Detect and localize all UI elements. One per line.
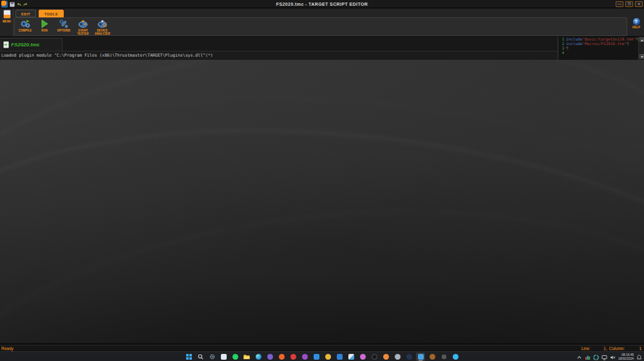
- ribbon: MENU EDIT TOOLS COMPILE: [0, 8, 644, 37]
- app-dark-circle-icon[interactable]: [370, 353, 379, 361]
- menu-icon: [3, 10, 11, 19]
- whatsapp-icon[interactable]: [231, 353, 240, 361]
- cursor-position: Line: 1, Column: 1: [582, 346, 641, 351]
- compile-label: COMPILE: [19, 29, 32, 32]
- code-line: 3 ¶: [558, 46, 644, 50]
- compile-button[interactable]: COMPILE: [17, 19, 33, 35]
- code-string: "Macros/FS2020.ttm": [582, 41, 627, 46]
- close-button[interactable]: ✕: [635, 1, 643, 7]
- app-cyan-icon[interactable]: [451, 353, 460, 361]
- widgets-app-icon[interactable]: [219, 353, 228, 361]
- system-tray: 08:16:49 18/02/2024: [576, 353, 642, 361]
- tray-chart-app-icon[interactable]: [585, 351, 591, 361]
- app-orange-icon[interactable]: [277, 353, 286, 361]
- app-amber-icon[interactable]: [428, 353, 437, 361]
- pilcrow-mark: ¶: [627, 41, 629, 46]
- code-editor-scrollbar[interactable]: [638, 37, 644, 60]
- minimize-button[interactable]: —: [616, 1, 623, 7]
- column-label: Column:: [609, 346, 625, 351]
- tray-volume-mute-icon[interactable]: [610, 351, 616, 361]
- tray-color-circle-app-icon[interactable]: [593, 351, 599, 361]
- options-label: OPTIONS: [57, 29, 70, 32]
- menu-label: MENU: [0, 20, 14, 23]
- output-message: Loaded plugin module "C:\Program Files (…: [1, 53, 555, 58]
- restore-button[interactable]: ❒: [625, 1, 633, 7]
- window-title: FS2020.tmc - TARGET SCRIPT EDITOR: [0, 0, 644, 8]
- device-analyzer-icon: [97, 19, 108, 28]
- app-blue-icon[interactable]: [312, 353, 321, 361]
- settings-gear-icon[interactable]: [207, 353, 216, 361]
- menu-button[interactable]: MENU: [0, 8, 14, 37]
- code-keyword: include: [566, 41, 582, 46]
- app-gray-circle-icon[interactable]: [393, 353, 402, 361]
- run-label: RUN: [41, 29, 48, 32]
- tray-notification-bell-icon[interactable]: [636, 351, 642, 361]
- app-purple-icon[interactable]: [265, 353, 274, 361]
- app-dim-icon[interactable]: [439, 353, 448, 361]
- app-gold-icon[interactable]: [323, 353, 332, 361]
- code-editor[interactable]: 1 include "Basic/targetdx128.tmh" ¶ { 2 …: [558, 37, 644, 60]
- event-tester-button[interactable]: EVENT TESTER: [75, 19, 91, 35]
- tray-chevron-up-icon[interactable]: [576, 351, 582, 361]
- device-analyzer-label: DEVICE ANALYZER: [95, 29, 110, 35]
- title-bar: FS2020.tmc - TARGET SCRIPT EDITOR — ❒ ✕: [0, 0, 644, 8]
- line-number: 3: [558, 46, 564, 50]
- tab-tools[interactable]: TOOLS: [39, 10, 64, 17]
- line-number: 4: [558, 50, 564, 55]
- options-wrench-icon: [59, 19, 69, 28]
- file-tab-fs2020[interactable]: FS2020.tmc: [1, 38, 62, 51]
- scroll-up-button[interactable]: [639, 37, 644, 42]
- tools-ribbon-panel: COMPILE RUN OPTIONS: [14, 17, 627, 36]
- app-navy-circle-icon[interactable]: [404, 353, 413, 361]
- code-string: "Basic/targetdx128.tmh": [582, 37, 636, 41]
- status-ready: Ready: [1, 346, 14, 351]
- pilcrow-mark: ¶: [566, 46, 569, 50]
- line-label: Line:: [582, 346, 591, 351]
- scroll-down-button[interactable]: [639, 54, 644, 59]
- code-keyword: include: [566, 37, 582, 41]
- document-tab-bar: FS2020.tmc: [0, 37, 558, 51]
- line-number: 2: [558, 41, 564, 46]
- file-explorer-icon[interactable]: [242, 353, 251, 361]
- run-button[interactable]: RUN: [37, 19, 52, 35]
- app-gallery-icon[interactable]: [346, 353, 355, 361]
- column-value: 1: [625, 346, 641, 351]
- screen: FS2020.tmc - TARGET SCRIPT EDITOR — ❒ ✕ …: [0, 0, 644, 361]
- app-pink-icon[interactable]: [358, 353, 367, 361]
- compile-gears-icon: [20, 19, 30, 28]
- file-tab-label: FS2020.tmc: [11, 42, 39, 48]
- event-tester-label: EVENT TESTER: [77, 29, 89, 35]
- tray-date: 18/02/2024: [618, 357, 634, 361]
- app-red-icon[interactable]: [289, 353, 298, 361]
- script-file-icon: [3, 39, 9, 51]
- options-button[interactable]: OPTIONS: [56, 19, 71, 35]
- code-line: 4: [558, 50, 644, 55]
- windows-taskbar: 08:16:49 18/02/2024: [0, 351, 644, 361]
- help-button[interactable]: ? HELP: [630, 18, 643, 35]
- tray-clock[interactable]: 08:16:49 18/02/2024: [618, 353, 634, 360]
- search-icon[interactable]: [196, 353, 205, 361]
- help-question-icon: ?: [633, 18, 640, 25]
- taskbar-center-icons: [184, 353, 460, 361]
- start-button-icon[interactable]: [184, 353, 193, 361]
- line-value: 1,: [591, 346, 607, 351]
- code-line: 1 include "Basic/targetdx128.tmh" ¶ {: [558, 37, 644, 41]
- help-label: HELP: [630, 26, 643, 29]
- event-tester-gamepad-icon: [78, 19, 88, 28]
- edge-browser-icon[interactable]: [254, 353, 263, 361]
- target-script-editor-taskbar-icon[interactable]: [416, 353, 425, 361]
- app-flame-icon[interactable]: [381, 353, 390, 361]
- status-bar: Ready Line: 1, Column: 1: [0, 345, 644, 351]
- device-analyzer-button[interactable]: DEVICE ANALYZER: [95, 19, 110, 35]
- tab-edit[interactable]: EDIT: [15, 10, 36, 17]
- code-line: 2 include "Macros/FS2020.ttm" ¶: [558, 41, 644, 46]
- run-play-icon: [39, 19, 50, 28]
- app-skyblue-icon[interactable]: [335, 353, 344, 361]
- app-violet-icon[interactable]: [300, 353, 309, 361]
- tray-network-icon[interactable]: [601, 351, 607, 361]
- editor-background-wallpaper: [0, 60, 644, 343]
- line-number: 1: [558, 37, 564, 41]
